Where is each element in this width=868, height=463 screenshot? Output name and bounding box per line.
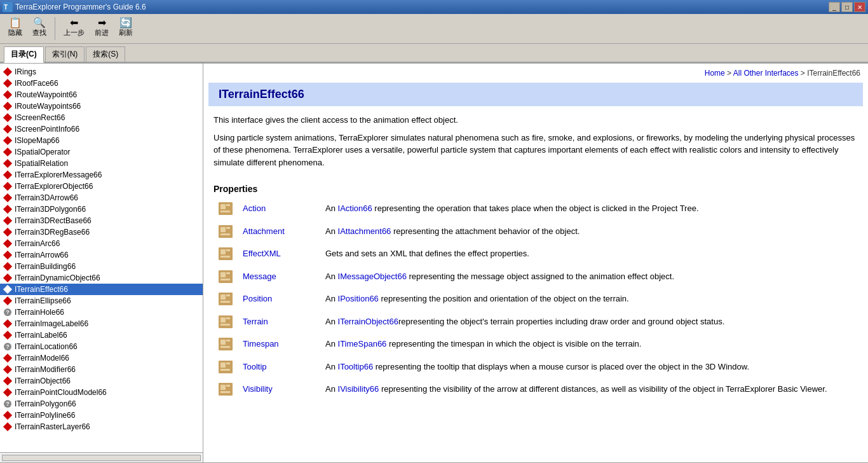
horizontal-scrollbar[interactable] [0, 452, 203, 462]
prop-link-position[interactable]: Position [243, 294, 272, 303]
tree-item-IRouteWaypoint66[interactable]: IRouteWaypoint66 [0, 89, 203, 100]
tree-container[interactable]: IRings IRoofFace66 IRouteWaypoint66 IRou… [0, 64, 203, 452]
tree-item-label: ITerrainArc66 [15, 239, 60, 248]
diamond-icon [3, 147, 13, 157]
tab-search-label: 搜索(S) [93, 50, 118, 59]
tab-contents[interactable]: 目录(C) [4, 46, 44, 63]
tree-item-ITerrainArc66[interactable]: ITerrainArc66 [0, 238, 203, 249]
tree-item-label: ITerrainBuilding66 [15, 262, 76, 271]
prop-ref-itooltip66[interactable]: ITooltip66 [338, 362, 374, 371]
prop-row-position: Position An IPosition66 representing the… [214, 289, 858, 312]
tree-item-ITerrainModifier66[interactable]: ITerrainModifier66 [0, 364, 203, 375]
prop-link-visibility[interactable]: Visibility [243, 384, 273, 394]
prop-row-tooltip: Tooltip An ITooltip66 representing the t… [214, 357, 858, 380]
svg-rect-17 [220, 279, 230, 280]
svg-rect-8 [226, 227, 230, 229]
back-label: 上一步 [64, 28, 85, 38]
tree-item-ITerrainEffect66[interactable]: ITerrainEffect66 [0, 284, 203, 295]
prop-ref-itimespan66[interactable]: ITimeSpan66 [338, 339, 387, 349]
hide-button[interactable]: 📋 隐藏 [4, 16, 27, 39]
tree-item-ITerrainEllipse66[interactable]: ITerrainEllipse66 [0, 295, 203, 307]
tree-item-ITerrainHole66[interactable]: ? ITerrainHole66 [0, 307, 203, 318]
prop-row-effectxml: EffectXML Gets and sets an XML that defi… [214, 244, 858, 267]
diamond-icon [3, 90, 13, 100]
tree-item-ITerrainBuilding66[interactable]: ITerrainBuilding66 [0, 261, 203, 272]
tree-item-ITerrainArrow66[interactable]: ITerrainArrow66 [0, 249, 203, 261]
tree-item-IRoofFace66[interactable]: IRoofFace66 [0, 78, 203, 89]
close-button[interactable]: ✕ [854, 2, 865, 12]
diamond-icon [3, 376, 13, 386]
minimize-button[interactable]: _ [829, 2, 840, 12]
tree-item-ITerrainModel66[interactable]: ITerrainModel66 [0, 352, 203, 364]
tree-item-ITerraExplorerMessage66[interactable]: ITerraExplorerMessage66 [0, 169, 203, 181]
prop-link-message[interactable]: Message [243, 272, 276, 281]
tree-item-ITerrain3DPolygon66[interactable]: ITerrain3DPolygon66 [0, 204, 203, 215]
maximize-button[interactable]: □ [841, 2, 853, 12]
tree-item-IRouteWaypoints66[interactable]: IRouteWaypoints66 [0, 100, 203, 112]
prop-desc-terrain: An ITerrainObject66representing the obje… [320, 312, 858, 335]
svg-rect-28 [226, 340, 230, 342]
tree-item-ITerrain3DRegBase66[interactable]: ITerrain3DRegBase66 [0, 226, 203, 238]
breadcrumb-sep1: > [727, 69, 733, 78]
tree-item-ITerrainPointCloudModel66[interactable]: ITerrainPointCloudModel66 [0, 387, 203, 398]
prop-ref-ivisibility66[interactable]: IVisibility66 [338, 384, 379, 394]
diamond-icon [3, 353, 13, 363]
prop-ref-imessageobject66[interactable]: IMessageObject66 [338, 272, 407, 281]
diamond-icon [3, 273, 13, 283]
tree-item-label: IRings [15, 67, 36, 76]
title-bar-left: T TerraExplorer Programmer's Guide 6.6 [3, 2, 146, 12]
tab-index[interactable]: 索引(N) [45, 46, 85, 62]
tree-item-ITerrain3DRectBase66[interactable]: ITerrain3DRectBase66 [0, 215, 203, 226]
tree-item-label: IScreenRect66 [15, 113, 65, 122]
tree-item-ITerrainPolygon66[interactable]: ? ITerrainPolygon66 [0, 398, 203, 410]
tree-item-label: IRoofFace66 [15, 79, 58, 88]
tree-item-ISlopeMap66[interactable]: ISlopeMap66 [0, 135, 203, 146]
prop-link-tooltip[interactable]: Tooltip [243, 362, 267, 371]
prop-ref-iattachment66[interactable]: IAttachment66 [338, 226, 391, 236]
prop-ref-iposition66[interactable]: IPosition66 [338, 294, 379, 303]
svg-rect-15 [220, 272, 226, 277]
tabs-bar: 目录(C) 索引(N) 搜索(S) [0, 44, 868, 63]
tree-item-ITerrainLocation66[interactable]: ? ITerrainLocation66 [0, 341, 203, 352]
prop-link-attachment[interactable]: Attachment [243, 226, 285, 236]
tree-item-IRings[interactable]: IRings [0, 66, 203, 78]
svg-rect-13 [220, 256, 230, 258]
properties-section: Properties [203, 179, 868, 408]
tree-item-IScreenPointInfo66[interactable]: IScreenPointInfo66 [0, 123, 203, 135]
tree-item-ITerrainLabel66[interactable]: ITerrainLabel66 [0, 329, 203, 341]
prop-row-action: Action An IAction66 representing the ope… [214, 199, 858, 222]
prop-icon-position [219, 293, 233, 305]
page-title: ITerrainEffect66 [208, 83, 863, 106]
prop-icon-timespan [219, 338, 233, 350]
forward-button[interactable]: ➡ 前进 [90, 16, 113, 39]
prop-link-action[interactable]: Action [243, 204, 266, 213]
find-button[interactable]: 🔍 查找 [28, 16, 51, 39]
prop-ref-iaction66[interactable]: IAction66 [338, 204, 372, 213]
tree-item-IScreenRect66[interactable]: IScreenRect66 [0, 112, 203, 123]
tree-item-label: ITerrainPointCloudModel66 [15, 388, 107, 397]
tree-item-ITerrain3DArrow66[interactable]: ITerrain3DArrow66 [0, 192, 203, 204]
diamond-icon [3, 158, 13, 169]
tree-item-ISpatialOperator[interactable]: ISpatialOperator [0, 146, 203, 158]
prop-link-terrain[interactable]: Terrain [243, 317, 268, 326]
tab-index-label: 索引(N) [52, 50, 78, 59]
tree-item-ITerrainObject66[interactable]: ITerrainObject66 [0, 375, 203, 387]
prop-ref-iterrainobject66[interactable]: ITerrainObject66 [338, 317, 398, 326]
tab-search[interactable]: 搜索(S) [86, 46, 125, 62]
breadcrumb-all-other[interactable]: All Other Interfaces [733, 69, 799, 78]
tree-item-ITerrainPolyline66[interactable]: ITerrainPolyline66 [0, 410, 203, 421]
tree-item-ITerrainRasterLayer66[interactable]: ITerrainRasterLayer66 [0, 421, 203, 432]
breadcrumb-home[interactable]: Home [705, 69, 725, 78]
tree-item-ITerraExplorerObject66[interactable]: ITerraExplorerObject66 [0, 181, 203, 192]
tree-item-ISpatialRelation[interactable]: ISpatialRelation [0, 158, 203, 169]
toolbar: 📋 隐藏 🔍 查找 ⬅ 上一步 ➡ 前进 🔄 刷新 [0, 14, 868, 44]
refresh-button[interactable]: 🔄 刷新 [114, 16, 137, 39]
prop-link-timespan[interactable]: Timespan [243, 339, 279, 349]
prop-link-effectxml[interactable]: EffectXML [243, 249, 281, 258]
tree-item-ITerrainDynamicObject66[interactable]: ITerrainDynamicObject66 [0, 272, 203, 284]
window-controls[interactable]: _ □ ✕ [829, 2, 865, 12]
prop-desc-effectxml: Gets and sets an XML that defines the ef… [320, 244, 858, 267]
tree-item-ITerrainImageLabel66[interactable]: ITerrainImageLabel66 [0, 318, 203, 329]
prop-row-terrain: Terrain An ITerrainObject66representing … [214, 312, 858, 335]
back-button[interactable]: ⬅ 上一步 [59, 16, 89, 39]
